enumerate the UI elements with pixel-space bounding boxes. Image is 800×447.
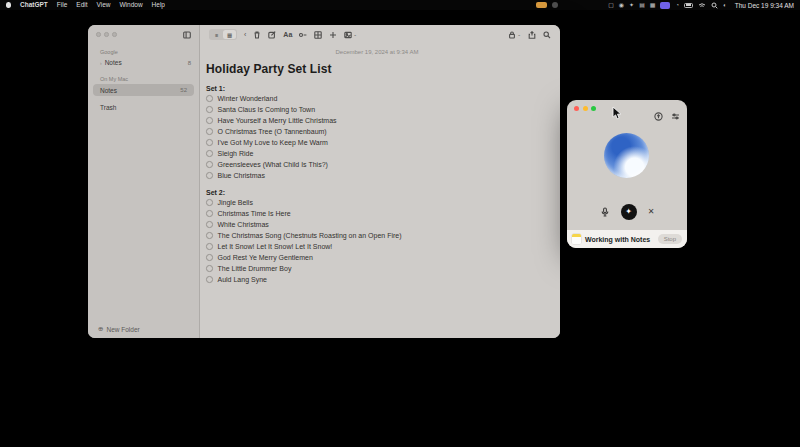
- close-button[interactable]: [574, 106, 579, 111]
- menu-item[interactable]: File: [57, 0, 67, 10]
- voice-action-button[interactable]: ✦: [621, 204, 637, 220]
- control-center-icon[interactable]: ◐: [723, 2, 727, 8]
- checklist-row[interactable]: Winter Wonderland: [206, 93, 548, 104]
- menu-item[interactable]: Window: [119, 0, 142, 10]
- notes-app-icon: [572, 234, 581, 244]
- checklist-row[interactable]: Blue Christmas: [206, 170, 548, 181]
- microphone-icon[interactable]: [600, 203, 610, 221]
- checkbox-circle-icon[interactable]: [206, 265, 213, 272]
- table-icon[interactable]: [314, 31, 322, 39]
- format-icon[interactable]: Aa: [283, 31, 292, 38]
- checklist-item-label: Greensleeves (What Child Is This?): [218, 161, 328, 168]
- menu-item[interactable]: Help: [152, 0, 165, 10]
- working-status-label: Working with Notes: [585, 236, 650, 243]
- stop-button[interactable]: Stop: [658, 234, 682, 244]
- checkbox-circle-icon[interactable]: [206, 232, 213, 239]
- new-folder-button[interactable]: ⊕ New Folder: [98, 326, 140, 333]
- checkbox-circle-icon[interactable]: [206, 199, 213, 206]
- focus-dot-icon[interactable]: [552, 2, 558, 8]
- checklist-item-label: God Rest Ye Merry Gentlemen: [218, 254, 313, 261]
- zoom-button[interactable]: [112, 32, 117, 37]
- set1-heading[interactable]: Set 1:: [206, 85, 548, 92]
- checklist-row[interactable]: O Christmas Tree (O Tannenbaum): [206, 126, 548, 137]
- delete-note-icon[interactable]: [253, 31, 261, 39]
- settings-sliders-icon[interactable]: [671, 107, 680, 125]
- share-icon[interactable]: [528, 31, 536, 39]
- sidebar-section-google: Google: [100, 49, 199, 55]
- folder-label: Notes: [105, 59, 122, 66]
- checklist-row[interactable]: Auld Lang Syne: [206, 274, 548, 285]
- checklist-item-label: Blue Christmas: [218, 172, 265, 179]
- grid-icon[interactable]: ▦: [650, 2, 656, 8]
- checklist-row[interactable]: Let It Snow! Let It Snow! Let It Snow!: [206, 241, 548, 252]
- shortcuts-icon[interactable]: ✦: [629, 2, 634, 8]
- record-indicator-icon[interactable]: [536, 2, 547, 8]
- note-title[interactable]: Holiday Party Set List: [206, 62, 548, 76]
- display-icon[interactable]: ▢: [608, 2, 614, 8]
- checkbox-circle-icon[interactable]: [206, 139, 213, 146]
- stage-manager-icon[interactable]: ◉: [619, 2, 624, 8]
- screen-share-icon[interactable]: [660, 2, 670, 9]
- zoom-button[interactable]: [591, 106, 596, 111]
- checkbox-circle-icon[interactable]: [206, 221, 213, 228]
- lock-icon[interactable]: ⌄: [508, 31, 521, 39]
- checkbox-circle-icon[interactable]: [206, 150, 213, 157]
- sidebar-item-local-notes[interactable]: Notes 52: [93, 84, 194, 96]
- checklist-row[interactable]: Have Yourself a Merry Little Christmas: [206, 115, 548, 126]
- list-view-icon[interactable]: ≡: [210, 30, 223, 39]
- clock-widget-icon[interactable]: ◔: [675, 2, 679, 8]
- checklist-row[interactable]: Santa Claus Is Coming to Town: [206, 104, 548, 115]
- menubar-clock[interactable]: Thu Dec 19 9:34 AM: [735, 2, 794, 9]
- sidebar-item-google-notes[interactable]: › Notes 8: [88, 57, 199, 68]
- checklist-row[interactable]: The Christmas Song (Chestnuts Roasting o…: [206, 230, 548, 241]
- checklist-row[interactable]: God Rest Ye Merry Gentlemen: [206, 252, 548, 263]
- note-editor[interactable]: December 19, 2024 at 9:34 AM Holiday Par…: [200, 44, 560, 338]
- keyboard-icon[interactable]: ▤: [639, 2, 645, 8]
- checklist-row[interactable]: Jingle Bells: [206, 197, 548, 208]
- gallery-view-icon[interactable]: ▦: [223, 30, 236, 39]
- checklist-row[interactable]: The Little Drummer Boy: [206, 263, 548, 274]
- checklist-row[interactable]: Sleigh Ride: [206, 148, 548, 159]
- search-icon[interactable]: [711, 2, 718, 9]
- sidebar-section-on-my-mac: On My Mac: [100, 76, 199, 82]
- lock-chevron-icon: ⌄: [517, 32, 521, 37]
- checklist-item-label: Santa Claus Is Coming to Town: [218, 106, 316, 113]
- checkbox-circle-icon[interactable]: [206, 117, 213, 124]
- wifi-icon[interactable]: [698, 2, 706, 9]
- close-button[interactable]: [96, 32, 101, 37]
- set1-checklist: Winter Wonderland Santa Claus Is Coming …: [206, 93, 548, 181]
- checklist-row[interactable]: White Christmas: [206, 219, 548, 230]
- back-chevron-icon[interactable]: ‹: [244, 31, 246, 38]
- attach-icon[interactable]: [329, 31, 337, 39]
- search-note-icon[interactable]: [543, 31, 551, 39]
- checkbox-circle-icon[interactable]: [206, 276, 213, 283]
- checkbox-circle-icon[interactable]: [206, 254, 213, 261]
- share-screen-icon[interactable]: [654, 107, 663, 125]
- close-voice-icon[interactable]: ✕: [648, 208, 655, 216]
- checkbox-circle-icon[interactable]: [206, 106, 213, 113]
- new-note-icon[interactable]: [268, 31, 276, 39]
- apple-logo-icon[interactable]: [6, 2, 11, 8]
- battery-icon[interactable]: [684, 3, 693, 8]
- sidebar-toggle-icon[interactable]: [183, 31, 191, 39]
- menu-item[interactable]: View: [97, 0, 111, 10]
- checklist-icon[interactable]: [299, 31, 307, 39]
- media-icon[interactable]: ⌄: [344, 31, 357, 39]
- checklist-row[interactable]: Christmas Time Is Here: [206, 208, 548, 219]
- checkbox-circle-icon[interactable]: [206, 161, 213, 168]
- menu-item[interactable]: Edit: [76, 0, 87, 10]
- checkbox-circle-icon[interactable]: [206, 210, 213, 217]
- checkbox-circle-icon[interactable]: [206, 95, 213, 102]
- checkbox-circle-icon[interactable]: [206, 172, 213, 179]
- minimize-button[interactable]: [104, 32, 109, 37]
- checkbox-circle-icon[interactable]: [206, 243, 213, 250]
- checkbox-circle-icon[interactable]: [206, 128, 213, 135]
- checklist-row[interactable]: I've Got My Love to Keep Me Warm: [206, 137, 548, 148]
- set2-heading[interactable]: Set 2:: [206, 189, 548, 196]
- checklist-row[interactable]: Greensleeves (What Child Is This?): [206, 159, 548, 170]
- checklist-item-label: The Christmas Song (Chestnuts Roasting o…: [218, 232, 402, 239]
- menu-item[interactable]: ChatGPT: [20, 0, 48, 10]
- note-date: December 19, 2024 at 9:34 AM: [206, 49, 548, 55]
- minimize-button[interactable]: [583, 106, 588, 111]
- sidebar-item-trash[interactable]: Trash: [88, 102, 199, 113]
